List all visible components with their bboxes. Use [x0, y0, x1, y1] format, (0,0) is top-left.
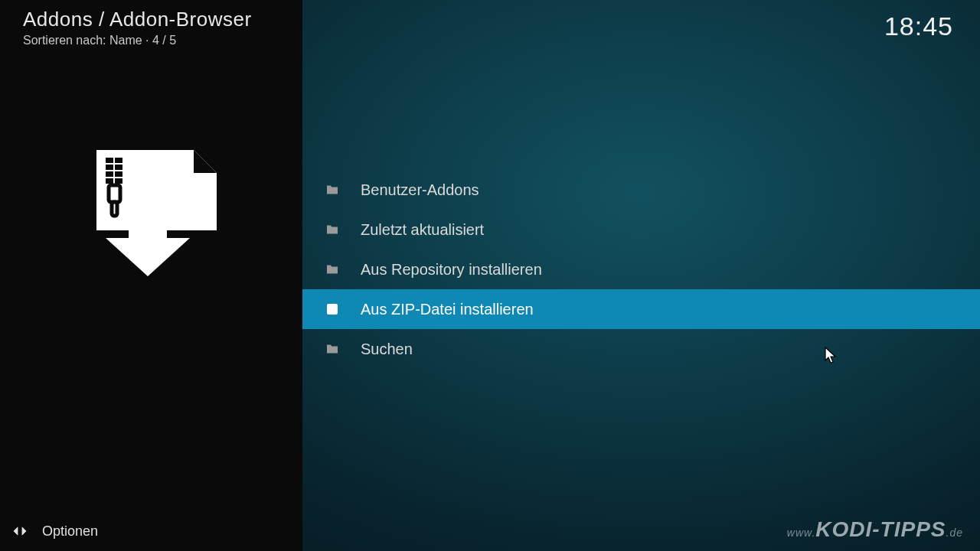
breadcrumb: Addons / Addon-Browser: [23, 8, 252, 31]
watermark: www.KODI-TIPPS.de: [787, 517, 963, 542]
svg-rect-6: [106, 178, 113, 184]
watermark-brand: KODI-TIPPS: [815, 517, 946, 541]
folder-icon: [325, 264, 339, 275]
list-item-recently-updated[interactable]: Zuletzt aktualisiert: [302, 210, 980, 249]
list-item-install-zip[interactable]: Aus ZIP-Datei installieren: [302, 289, 980, 329]
list-item-label: Aus ZIP-Datei installieren: [361, 301, 534, 318]
svg-rect-1: [115, 158, 122, 163]
svg-rect-8: [109, 185, 120, 202]
list-item-install-repository[interactable]: Aus Repository installieren: [302, 249, 980, 289]
svg-rect-2: [106, 165, 113, 170]
svg-rect-9: [112, 202, 117, 216]
svg-rect-5: [115, 171, 122, 177]
sort-info: Sortieren nach: Name · 4 / 5: [23, 34, 176, 47]
clock: 18:45: [884, 11, 953, 41]
list-item-label: Suchen: [361, 341, 413, 358]
svg-rect-7: [115, 178, 122, 184]
svg-rect-4: [106, 171, 113, 177]
list-item-label: Benutzer-Addons: [361, 181, 479, 199]
options-button[interactable]: Optionen: [11, 523, 98, 540]
list-item-search[interactable]: Suchen: [302, 329, 980, 369]
folder-icon: [325, 344, 339, 354]
list-item-label: Aus Repository installieren: [361, 261, 542, 279]
watermark-prefix: www.: [787, 527, 815, 539]
list-item-user-addons[interactable]: Benutzer-Addons: [302, 170, 980, 210]
svg-rect-3: [115, 165, 122, 170]
main-panel: 18:45 Benutzer-Addons Zuletzt aktualisie…: [302, 0, 980, 551]
svg-rect-0: [106, 158, 113, 163]
options-icon: [11, 523, 28, 540]
list-item-label: Zuletzt aktualisiert: [361, 221, 484, 239]
zip-install-icon: [83, 150, 217, 279]
sidebar: Addons / Addon-Browser Sortieren nach: N…: [0, 0, 302, 551]
addon-list: Benutzer-Addons Zuletzt aktualisiert Aus…: [302, 170, 980, 369]
watermark-suffix: .de: [946, 527, 963, 539]
folder-icon: [325, 184, 339, 195]
options-label: Optionen: [42, 523, 98, 540]
folder-icon: [325, 224, 339, 235]
zip-icon: [327, 304, 338, 315]
